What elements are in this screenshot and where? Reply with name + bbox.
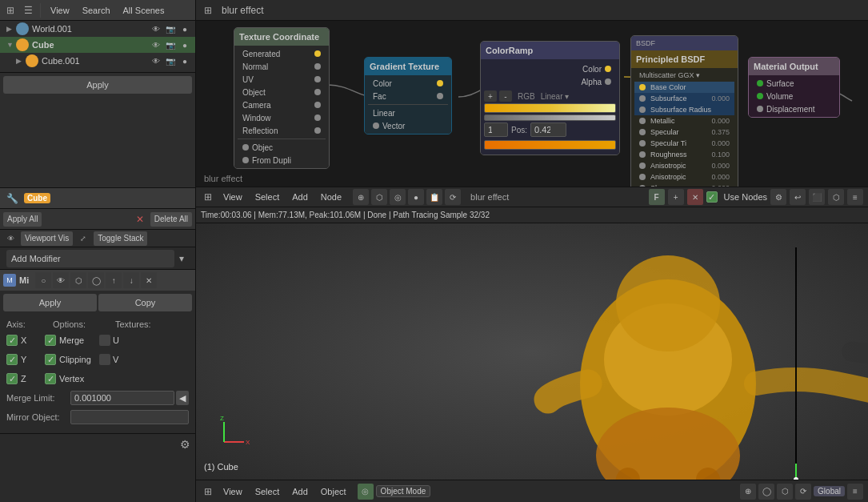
node-tex-coord[interactable]: Texture Coordinate Generated Normal UV O… [234,27,330,169]
mod-icon-4[interactable]: ◯ [88,272,104,288]
colorramp-index[interactable] [484,122,508,137]
apply-button[interactable]: Apply [3,294,97,311]
bottom-add[interactable]: Add [287,485,313,498]
colorramp-sub[interactable]: + [484,90,497,102]
bottom-icon-4[interactable]: ⬡ [777,484,793,500]
add-modifier-button[interactable]: Add Modifier [6,250,174,267]
viewport-vis-button[interactable]: Viewport Vis [21,231,73,246]
add-modifier-chevron[interactable]: ▾ [174,251,189,266]
eye-icon-2[interactable]: 👁 [149,38,163,52]
ne2-x-btn[interactable]: ✕ [687,189,703,205]
mod-icon-1[interactable]: ○ [35,272,51,288]
toggle-stack-button[interactable]: Toggle Stack [94,231,147,246]
copy-button[interactable]: Copy [98,294,192,311]
x-checkbox[interactable]: ✓ [6,335,18,346]
properties-header: 🔧 Cube [0,188,195,209]
merge-checkbox[interactable]: ✓ [45,335,56,346]
ne2-icon-4[interactable]: ● [408,189,424,205]
ne2-plus-btn[interactable]: + [668,189,684,205]
render-icon-2[interactable]: ● [178,38,192,52]
mod-icon-6[interactable]: ↓ [123,272,139,288]
x-icon[interactable]: ✕ [133,212,147,227]
ne2-use-nodes-check[interactable]: ✓ [706,191,718,203]
node-editor-icon[interactable]: ⊞ [201,3,215,18]
ne2-view[interactable]: View [218,191,247,203]
vertex-label: Vertex [59,374,99,384]
eye-icon[interactable]: 👁 [149,22,163,36]
cam-icon-3[interactable]: 📷 [163,54,178,68]
mod-icon-3[interactable]: ⬡ [70,272,86,288]
bottom-mode-icon[interactable]: ◎ [358,484,374,500]
node-canvas[interactable]: Texture Coordinate Generated Normal UV O… [196,21,868,187]
props-icon[interactable]: 🔧 [5,191,19,206]
z-checkbox[interactable]: ✓ [6,373,18,384]
object-mode-dropdown[interactable]: Object Mode [376,485,431,497]
ne2-f-btn[interactable]: F [649,189,665,205]
ne2-icon[interactable]: ⊞ [201,190,215,204]
ne2-icon-3[interactable]: ◎ [390,189,406,205]
render-icon-3[interactable]: ● [178,54,192,68]
cam-icon[interactable]: 📷 [163,22,178,36]
merge-limit-input[interactable] [70,391,174,405]
render-icon[interactable]: ● [178,22,192,36]
cam-icon-2[interactable]: 📷 [163,38,178,52]
list-item[interactable]: ▶ Cube.001 👁 📷 ● [0,53,195,69]
bottom-icon-2[interactable]: ⊕ [740,484,756,500]
colorramp-add[interactable]: - [499,90,512,102]
ne2-icon-8[interactable]: ↩ [790,189,806,205]
bottom-view[interactable]: View [218,485,247,498]
ne2-icon-5[interactable]: 📋 [426,189,442,205]
list-item[interactable]: ▼ Cube 👁 📷 ● [0,37,195,53]
bottom-icon-6[interactable]: ≡ [847,484,863,500]
node-colorramp[interactable]: ColorRamp Color Alpha + - RGB Linear ▾ P… [480,41,620,155]
bottom-icon-3[interactable]: ◯ [758,484,774,500]
all-scenes-menu[interactable]: All Scenes [118,4,170,17]
merge-limit-toggle[interactable]: ◀ [176,391,189,405]
expand-icon[interactable]: ⤢ [76,231,90,246]
bottom-icon-1[interactable]: ⊞ [201,484,215,499]
eye-icon-3[interactable]: 👁 [149,54,163,68]
socket-row: Displacement [752,102,836,115]
node-gradient[interactable]: Gradient Texture Color Fac Linear Vector [364,57,452,135]
global-dropdown[interactable]: Global [814,486,845,496]
clipping-checkbox[interactable]: ✓ [45,354,56,365]
ne2-add[interactable]: Add [287,191,313,203]
bottom-icon-5[interactable]: ⟳ [795,484,811,500]
socket-row: Camera [238,98,326,111]
ne2-icon-6[interactable]: ⟳ [445,189,461,205]
viewport-3d[interactable]: X Z (1) Cube [196,223,868,480]
bottom-object[interactable]: Object [316,485,351,498]
search-menu[interactable]: Search [78,4,115,17]
node-principled[interactable]: BSDF Principled BSDF Multiscatter GGX ▾ … [630,35,738,187]
view-menu[interactable]: View [46,4,74,17]
delete-all-button[interactable]: Delete All [150,212,192,227]
ne2-select[interactable]: Select [250,191,285,203]
node-header-colorramp: ColorRamp [481,42,619,59]
ne2-icon-7[interactable]: ⚙ [770,189,786,205]
list-item[interactable]: ▶ World.001 👁 📷 ● [0,21,195,37]
node-material-output[interactable]: Material Output Surface Volume Displacem… [748,57,840,118]
ne2-node[interactable]: Node [316,191,346,203]
vertex-checkbox[interactable]: ✓ [45,373,56,384]
ne2-icon-9[interactable]: ⬛ [809,189,825,205]
bottom-select[interactable]: Select [250,485,285,498]
apply-top-button[interactable]: Apply [3,76,192,94]
vis-icon[interactable]: 👁 [3,231,18,246]
outliner-icon-1[interactable]: ⊞ [3,3,18,18]
mod-remove-button[interactable]: ✕ [141,272,157,288]
mod-icon-5[interactable]: ↑ [106,272,122,288]
ne2-icon-2[interactable]: ⬡ [371,189,387,205]
socket-row: Surface [752,77,836,90]
apply-all-button[interactable]: Apply All [3,212,42,227]
ne2-icon-10[interactable]: ⬡ [828,189,844,205]
outliner-icon-2[interactable]: ☰ [21,3,35,18]
ne2-icon-1[interactable]: ⊕ [353,189,369,205]
world-label: World.001 [32,24,149,34]
ne2-icon-11[interactable]: ≡ [847,189,863,205]
bottom-settings-icon[interactable]: ⚙ [178,437,192,452]
y-checkbox[interactable]: ✓ [6,354,18,365]
modifier-card-header: M Mi ○ 👁 ⬡ ◯ ↑ ↓ ✕ [0,270,195,291]
mirror-object-input[interactable] [70,410,189,424]
colorramp-pos[interactable] [530,122,566,137]
mod-icon-2[interactable]: 👁 [53,272,69,288]
